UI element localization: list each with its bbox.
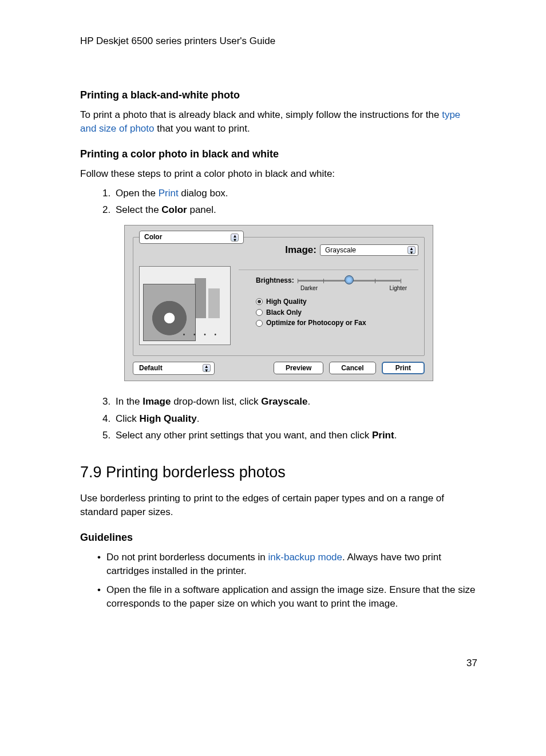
text: Click (116, 413, 140, 424)
text: Open the (116, 188, 159, 199)
step-4: Click High Quality. (113, 412, 477, 426)
guideline-1: Do not print borderless documents in ink… (97, 551, 477, 578)
text-bold: Image (143, 396, 171, 407)
radio-label: Optimize for Photocopy or Fax (266, 318, 366, 328)
step-1: Open the Print dialog box. (113, 187, 477, 200)
radio-label: High Quality (266, 297, 307, 307)
link-print[interactable]: Print (159, 188, 179, 199)
preview-thumbnail: • • • • (139, 266, 231, 345)
text-bold: Print (372, 430, 394, 441)
text: drop-down list, click (171, 396, 261, 407)
text: . (307, 396, 310, 407)
slider-label-lighter: Lighter (389, 284, 407, 292)
print-button[interactable]: Print (382, 362, 425, 374)
radio-label: Black Only (266, 308, 302, 318)
text: that you want to print. (154, 123, 250, 134)
step-3: In the Image drop-down list, click Grays… (113, 395, 477, 409)
radio-optimize[interactable]: Optimize for Photocopy or Fax (256, 318, 418, 328)
step-5: Select any other print settings that you… (113, 429, 477, 442)
panel-dropdown-label: Color (144, 232, 162, 242)
print-dialog-screenshot: Color ▲▼ Image: Grayscale ▲▼ • • • • (124, 225, 433, 381)
page-number: 37 (80, 656, 477, 670)
text-bold: High Quality (140, 413, 197, 424)
radio-icon (256, 320, 263, 327)
image-label: Image: (285, 243, 316, 257)
brightness-slider[interactable] (298, 276, 401, 284)
text-bold: Color (161, 204, 187, 215)
image-dropdown-value: Grayscale (325, 246, 356, 255)
slider-thumb[interactable] (345, 275, 354, 284)
radio-icon (256, 298, 263, 305)
heading-color-bw: Printing a color photo in black and whit… (80, 147, 477, 161)
heading-guidelines: Guidelines (80, 531, 477, 545)
stepper-icon: ▲▼ (231, 233, 239, 242)
cancel-button[interactable]: Cancel (329, 362, 375, 374)
para-steps-intro: Follow these steps to print a color phot… (80, 167, 477, 181)
text: Select the (116, 204, 161, 215)
text: In the (116, 396, 143, 407)
slider-label-darker: Darker (300, 284, 318, 292)
text: . (394, 430, 397, 441)
text: panel. (187, 204, 216, 215)
preset-dropdown[interactable]: Default ▲▼ (133, 362, 215, 375)
text: Select any other print settings that you… (116, 430, 372, 441)
para-bw-intro: To print a photo that is already black a… (80, 108, 477, 136)
text: Do not print borderless documents in (106, 552, 268, 563)
heading-bw-photo: Printing a black-and-white photo (80, 88, 477, 102)
image-dropdown[interactable]: Grayscale ▲▼ (320, 244, 418, 256)
stepper-icon: ▲▼ (203, 364, 211, 372)
para-borderless-intro: Use borderless printing to print to the … (80, 492, 477, 519)
text-bold: Grayscale (261, 396, 307, 407)
panel-dropdown[interactable]: Color ▲▼ (139, 231, 244, 244)
radio-high-quality[interactable]: High Quality (256, 297, 418, 307)
stepper-icon: ▲▼ (407, 246, 416, 254)
guideline-2: Open the file in a software application … (97, 583, 477, 611)
preset-label: Default (139, 363, 163, 373)
section-title-borderless: 7.9 Printing borderless photos (80, 462, 477, 484)
link-ink-backup[interactable]: ink-backup mode (268, 552, 342, 563)
text: dialog box. (179, 188, 228, 199)
step-2: Select the Color panel. (113, 203, 477, 217)
text: . (197, 413, 200, 424)
preview-button[interactable]: Preview (274, 362, 323, 374)
radio-black-only[interactable]: Black Only (256, 308, 418, 318)
radio-icon (256, 309, 263, 316)
text: To print a photo that is already black a… (80, 109, 442, 120)
brightness-label: Brightness: (256, 276, 294, 286)
document-header: HP Deskjet 6500 series printers User's G… (80, 34, 477, 48)
